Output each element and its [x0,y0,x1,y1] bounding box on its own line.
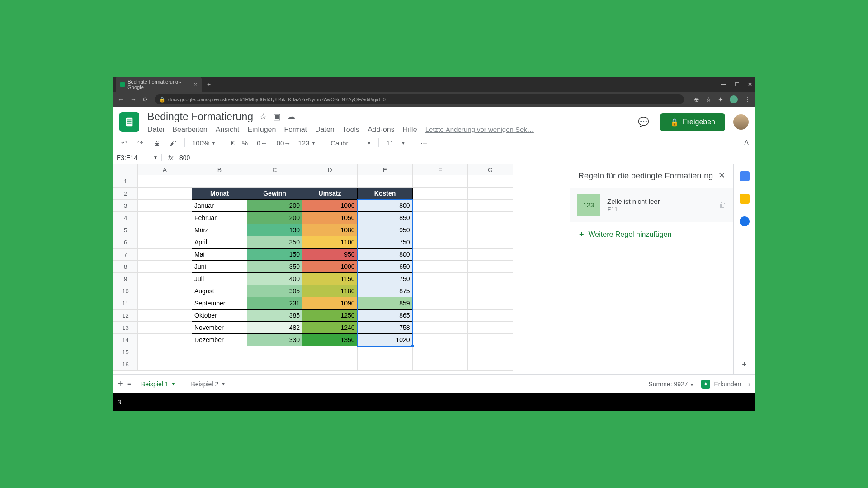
account-avatar[interactable] [733,114,749,130]
cell[interactable] [468,297,513,310]
cell[interactable]: September [192,297,247,310]
row-header[interactable]: 12 [113,310,138,322]
cell[interactable] [138,212,192,224]
extensions-icon[interactable]: ✦ [718,96,723,103]
profile-icon[interactable] [730,95,738,103]
cell[interactable]: 130 [247,224,302,236]
cell[interactable]: 950 [358,224,413,236]
cell[interactable]: 330 [247,334,302,346]
cell[interactable] [138,224,192,236]
decrease-decimal-icon[interactable]: .0← [255,139,268,147]
cell[interactable]: November [192,322,247,334]
col-header-D[interactable]: D [302,164,358,175]
delete-rule-icon[interactable]: 🗑 [719,201,726,209]
cell[interactable] [138,188,192,200]
star-doc-icon[interactable]: ☆ [259,112,267,122]
cell[interactable] [138,236,192,249]
row-header[interactable]: 16 [113,358,138,371]
cell[interactable]: 750 [358,236,413,249]
row-header[interactable]: 10 [113,285,138,297]
cell[interactable] [192,358,247,371]
side-rail-toggle-icon[interactable]: › [748,380,750,388]
cell[interactable] [413,285,468,297]
cell[interactable] [247,346,302,358]
minimize-icon[interactable]: — [721,81,726,88]
sheets-logo[interactable] [119,112,139,132]
menu-tools[interactable]: Tools [343,126,359,134]
zoom-icon[interactable]: ⊕ [694,96,699,103]
format-rule-item[interactable]: 123 Zelle ist nicht leer E11 🗑 [570,188,733,222]
cell[interactable]: 350 [247,261,302,273]
row-header[interactable]: 13 [113,322,138,334]
menu-ansicht[interactable]: Ansicht [216,126,239,134]
cell[interactable]: 385 [247,310,302,322]
table-header-cell[interactable]: Gewinn [247,188,302,200]
share-button[interactable]: 🔒 Freigeben [660,113,725,131]
cell[interactable] [468,285,513,297]
undo-icon[interactable]: ↶ [119,139,128,147]
cell[interactable]: 200 [247,200,302,212]
col-header-A[interactable]: A [138,164,192,175]
table-header-cell[interactable]: Kosten [358,188,413,200]
cell[interactable]: Juni [192,261,247,273]
table-header-cell[interactable]: Umsatz [302,188,358,200]
cell[interactable] [468,273,513,285]
row-header[interactable]: 6 [113,236,138,249]
cell[interactable] [192,346,247,358]
cell[interactable] [138,346,192,358]
row-header[interactable]: 3 [113,200,138,212]
url-field[interactable]: 🔒 docs.google.com/spreadsheets/d/1RMhyrl… [155,94,684,104]
cell[interactable] [138,334,192,346]
cell[interactable] [468,310,513,322]
cell[interactable]: März [192,224,247,236]
cell[interactable]: 875 [358,285,413,297]
new-tab-button[interactable]: + [203,81,214,88]
cell[interactable] [302,175,358,188]
row-header[interactable]: 1 [113,175,138,188]
all-sheets-icon[interactable]: ≡ [127,380,131,388]
increase-decimal-icon[interactable]: .00→ [274,139,291,147]
cell[interactable]: 1180 [302,285,358,297]
cell[interactable] [468,261,513,273]
tasks-icon[interactable] [740,216,750,226]
cell[interactable] [413,249,468,261]
row-header[interactable]: 5 [113,224,138,236]
cloud-status-icon[interactable]: ☁ [287,112,295,122]
cell[interactable] [358,175,413,188]
menu-daten[interactable]: Daten [315,126,335,134]
cell[interactable] [468,212,513,224]
menu-datei[interactable]: Datei [147,126,164,134]
col-header-F[interactable]: F [413,164,468,175]
cell[interactable] [138,358,192,371]
doc-title[interactable]: Bedingte Formatierung [147,111,253,123]
percent-icon[interactable]: % [242,139,248,147]
formula-input[interactable]: 800 [179,154,755,161]
cell[interactable]: 305 [247,285,302,297]
reload-icon[interactable]: ⟳ [143,96,148,103]
menu-bearbeiten[interactable]: Bearbeiten [172,126,207,134]
row-header[interactable]: 15 [113,346,138,358]
row-header[interactable]: 4 [113,212,138,224]
row-header[interactable]: 9 [113,273,138,285]
add-addon-icon[interactable]: + [742,360,747,370]
cell[interactable]: Dezember [192,334,247,346]
cell[interactable]: 350 [247,236,302,249]
cell[interactable] [138,200,192,212]
row-header[interactable]: 2 [113,188,138,200]
cell[interactable] [413,297,468,310]
cell[interactable]: 859 [358,297,413,310]
calendar-icon[interactable] [740,171,750,181]
close-panel-icon[interactable]: ✕ [718,170,725,180]
cell[interactable] [138,249,192,261]
cell[interactable] [138,285,192,297]
cell[interactable]: 482 [247,322,302,334]
menu-addons[interactable]: Add-ons [368,126,395,134]
select-all-corner[interactable] [113,164,138,175]
col-header-G[interactable]: G [468,164,513,175]
cell[interactable]: 1050 [302,212,358,224]
cell[interactable] [358,346,413,358]
cell[interactable]: 1240 [302,322,358,334]
cell[interactable] [413,261,468,273]
cell[interactable]: 800 [358,249,413,261]
cell[interactable]: Juli [192,273,247,285]
